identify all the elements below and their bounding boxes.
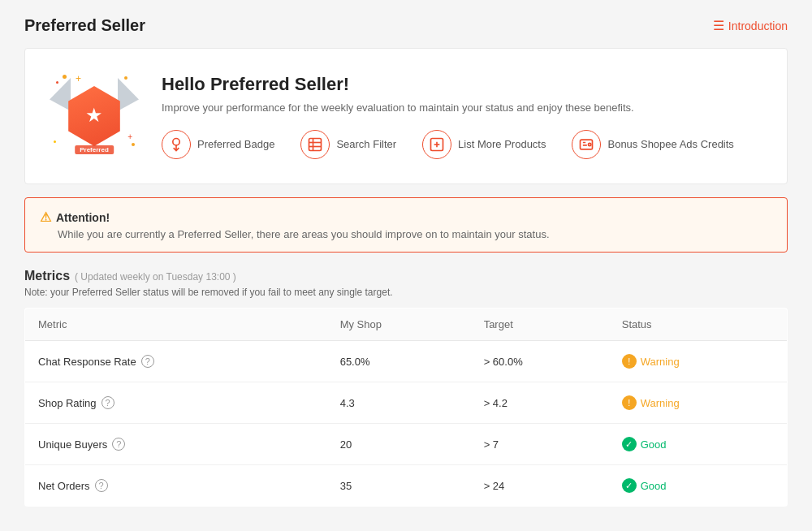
preferred-badge-label: Preferred Badge bbox=[197, 138, 274, 150]
list-products-icon bbox=[422, 130, 451, 159]
cell-metric-name: Chat Response Rate ? bbox=[25, 341, 327, 382]
status-dot: ✓ bbox=[622, 437, 637, 451]
cell-my-shop: 20 bbox=[327, 424, 471, 465]
col-header-status: Status bbox=[609, 309, 788, 341]
ads-credits-label: Bonus Shopee Ads Credits bbox=[607, 138, 733, 150]
svg-point-0 bbox=[173, 138, 179, 145]
status-badge: ! Warning bbox=[622, 354, 680, 369]
introduction-link[interactable]: ☰ Introduction bbox=[713, 18, 788, 33]
status-label: Good bbox=[641, 480, 667, 492]
status-dot: ! bbox=[622, 395, 637, 410]
status-label: Warning bbox=[641, 397, 680, 409]
page-header: Preferred Seller ☰ Introduction bbox=[24, 16, 788, 35]
cell-my-shop: 4.3 bbox=[327, 382, 471, 424]
cell-status: ✓ Good bbox=[609, 424, 788, 465]
search-filter-icon bbox=[300, 130, 330, 159]
attention-icon: ⚠ bbox=[40, 209, 51, 225]
status-badge: ✓ Good bbox=[622, 478, 667, 493]
attention-title: ⚠ Attention! bbox=[40, 209, 772, 225]
metrics-title: Metrics bbox=[24, 269, 70, 283]
status-badge: ! Warning bbox=[622, 395, 680, 410]
metrics-subtitle: ( Updated weekly on Tuesday 13:00 ) bbox=[75, 271, 236, 283]
status-badge: ✓ Good bbox=[622, 437, 667, 451]
metrics-header: Metrics ( Updated weekly on Tuesday 13:0… bbox=[24, 269, 788, 283]
cell-status: ! Warning bbox=[609, 382, 788, 424]
help-icon[interactable]: ? bbox=[112, 438, 125, 451]
page-wrapper: Preferred Seller ☰ Introduction ★ Prefer… bbox=[8, 0, 804, 531]
hero-content: Hello Preferred Seller! Improve your per… bbox=[162, 74, 762, 159]
col-header-metric: Metric bbox=[25, 309, 327, 341]
cell-metric-name: Unique Buyers ? bbox=[25, 424, 327, 465]
badge-text-label: Preferred bbox=[75, 145, 114, 154]
ads-credits-icon bbox=[572, 130, 601, 159]
table-row: Net Orders ? 35 > 24 ✓ Good bbox=[25, 465, 788, 507]
cell-target: > 7 bbox=[471, 424, 609, 465]
cell-status: ✓ Good bbox=[609, 465, 788, 507]
table-header-row: Metric My Shop Target Status bbox=[25, 309, 788, 341]
search-filter-label: Search Filter bbox=[336, 138, 396, 150]
cell-metric-name: Shop Rating ? bbox=[25, 382, 327, 424]
status-dot: ! bbox=[622, 354, 637, 369]
benefit-preferred-badge: Preferred Badge bbox=[162, 130, 274, 159]
hero-card: ★ Preferred + + Hello Preferred Seller! … bbox=[24, 48, 788, 184]
cell-metric-name: Net Orders ? bbox=[25, 465, 327, 507]
benefit-list-products: List More Products bbox=[422, 130, 546, 159]
status-dot: ✓ bbox=[622, 478, 637, 493]
cell-my-shop: 35 bbox=[327, 465, 471, 507]
metrics-section: Metrics ( Updated weekly on Tuesday 13:0… bbox=[24, 269, 788, 507]
list-icon: ☰ bbox=[713, 18, 724, 33]
cell-target: > 4.2 bbox=[471, 382, 609, 424]
benefits-row: Preferred Badge Search Filter bbox=[162, 130, 762, 159]
hero-description: Improve your performance for the weekly … bbox=[162, 101, 762, 114]
attention-text: While you are currently a Preferred Sell… bbox=[40, 228, 772, 240]
cell-target: > 60.0% bbox=[471, 341, 609, 382]
table-row: Shop Rating ? 4.3 > 4.2 ! Warning bbox=[25, 382, 788, 424]
benefit-search-filter: Search Filter bbox=[300, 130, 396, 159]
list-products-label: List More Products bbox=[458, 138, 546, 150]
help-icon[interactable]: ? bbox=[141, 355, 154, 368]
attention-box: ⚠ Attention! While you are currently a P… bbox=[24, 197, 788, 253]
table-row: Chat Response Rate ? 65.0% > 60.0% ! War… bbox=[25, 341, 788, 382]
status-label: Good bbox=[641, 438, 667, 451]
metrics-table: Metric My Shop Target Status Chat Respon… bbox=[24, 308, 788, 507]
svg-rect-1 bbox=[309, 138, 322, 150]
preferred-badge-illustration: ★ Preferred + + bbox=[50, 71, 139, 161]
benefit-ads-credits: Bonus Shopee Ads Credits bbox=[572, 130, 733, 159]
cell-my-shop: 65.0% bbox=[327, 341, 471, 382]
help-icon[interactable]: ? bbox=[102, 396, 114, 409]
metrics-note: Note: your Preferred Seller status will … bbox=[24, 287, 788, 298]
svg-point-9 bbox=[589, 143, 591, 145]
cell-target: > 24 bbox=[471, 465, 609, 507]
col-header-myshop: My Shop bbox=[327, 309, 471, 341]
col-header-target: Target bbox=[471, 309, 609, 341]
cell-status: ! Warning bbox=[609, 341, 788, 382]
help-icon[interactable]: ? bbox=[95, 479, 108, 492]
page-title: Preferred Seller bbox=[24, 16, 145, 35]
status-label: Warning bbox=[641, 356, 680, 368]
preferred-badge-icon bbox=[162, 130, 191, 159]
table-row: Unique Buyers ? 20 > 7 ✓ Good bbox=[25, 424, 788, 465]
hero-title: Hello Preferred Seller! bbox=[162, 74, 762, 95]
